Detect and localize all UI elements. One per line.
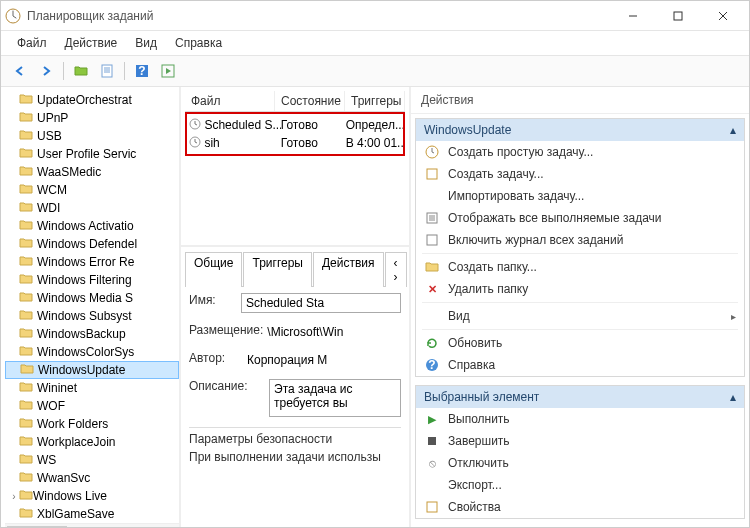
tab-triggers[interactable]: Триггеры: [243, 252, 312, 287]
toolbar-run-icon[interactable]: [157, 60, 179, 82]
window-title: Планировщик заданий: [27, 9, 610, 23]
tree-item[interactable]: WindowsBackup: [5, 325, 179, 343]
tree-item-label: Windows Filtering: [37, 273, 132, 287]
tab-actions[interactable]: Действия: [313, 252, 384, 287]
task-icon: [424, 166, 440, 182]
actions-section-header[interactable]: WindowsUpdate ▴: [416, 119, 744, 141]
general-form: Имя: Размещение: Автор: Описание:Эта зад…: [185, 287, 405, 470]
tree-item[interactable]: Windows Error Re: [5, 253, 179, 271]
tree-item-label: Windows Media S: [37, 291, 133, 305]
tree-item-label: WindowsUpdate: [38, 363, 125, 377]
tab-scroll[interactable]: ‹ ›: [385, 252, 407, 287]
menu-file[interactable]: Файл: [9, 33, 55, 53]
detail-tabs: Общие Триггеры Действия ‹ ›: [185, 251, 405, 287]
tree-scrollbar-horizontal[interactable]: [5, 523, 179, 527]
minimize-button[interactable]: [610, 1, 655, 31]
menu-action[interactable]: Действие: [57, 33, 126, 53]
action-run[interactable]: ▶Выполнить: [416, 408, 744, 430]
tree-item[interactable]: UPnP: [5, 109, 179, 127]
tree-item-label: WDI: [37, 201, 60, 215]
menu-help[interactable]: Справка: [167, 33, 230, 53]
tree-item[interactable]: WaaSMedic: [5, 163, 179, 181]
expand-icon[interactable]: ›: [9, 491, 19, 502]
tree-branch-windows-live[interactable]: › Windows Live: [5, 487, 179, 505]
menu-view[interactable]: Вид: [127, 33, 165, 53]
tree-item[interactable]: WOF: [5, 397, 179, 415]
tree-panel[interactable]: UpdateOrchestratUPnPUSBUser Profile Serv…: [1, 87, 181, 527]
tree-item[interactable]: WindowsUpdate: [5, 361, 179, 379]
action-create-task[interactable]: Создать задачу...: [416, 163, 744, 185]
tree-item-label: Windows Live: [33, 489, 107, 503]
action-new-folder[interactable]: Создать папку...: [416, 256, 744, 278]
tree-item-label: XblGameSave: [37, 507, 114, 521]
tree-item[interactable]: XblGameSave: [5, 505, 179, 523]
tree-item-label: WOF: [37, 399, 65, 413]
folder-icon: [19, 507, 33, 522]
task-name: sih: [204, 136, 280, 150]
help-icon: ?: [424, 357, 440, 373]
column-state[interactable]: Состояние: [275, 91, 345, 111]
action-help[interactable]: ?Справка: [416, 354, 744, 376]
tab-general[interactable]: Общие: [185, 252, 242, 287]
action-end[interactable]: Завершить: [416, 430, 744, 452]
tree-item[interactable]: Wininet: [5, 379, 179, 397]
action-show-running[interactable]: Отображать все выполняемые задачи: [416, 207, 744, 229]
folder-icon: [19, 201, 33, 216]
toolbar-properties-icon[interactable]: [96, 60, 118, 82]
security-line: При выполнении задачи использы: [189, 450, 401, 464]
action-refresh[interactable]: Обновить: [416, 332, 744, 354]
task-row[interactable]: Scheduled S... Готово Определ...: [187, 116, 403, 134]
column-file[interactable]: Файл: [185, 91, 275, 111]
name-field[interactable]: [241, 293, 401, 313]
action-properties[interactable]: Свойства: [416, 496, 744, 518]
tree-item[interactable]: WDI: [5, 199, 179, 217]
actions-section-header[interactable]: Выбранный элемент ▴: [416, 386, 744, 408]
folder-icon: [19, 345, 33, 360]
action-create-basic-task[interactable]: Создать простую задачу...: [416, 141, 744, 163]
action-enable-history[interactable]: Включить журнал всех заданий: [416, 229, 744, 251]
tree-item[interactable]: USB: [5, 127, 179, 145]
tree-item[interactable]: UpdateOrchestrat: [5, 91, 179, 109]
back-button[interactable]: [9, 60, 31, 82]
svg-rect-15: [427, 502, 437, 512]
tree-item-label: WaaSMedic: [37, 165, 101, 179]
action-view[interactable]: Вид▸: [416, 305, 744, 327]
tree-item-label: WindowsColorSys: [37, 345, 134, 359]
tree-item[interactable]: WS: [5, 451, 179, 469]
tree-item[interactable]: WwanSvc: [5, 469, 179, 487]
collapse-icon[interactable]: ▴: [730, 123, 736, 137]
action-disable[interactable]: ⦸Отключить: [416, 452, 744, 474]
tree-item-label: WorkplaceJoin: [37, 435, 115, 449]
tree-item[interactable]: Work Folders: [5, 415, 179, 433]
folder-icon: [20, 363, 34, 378]
toolbar-help-icon[interactable]: ?: [131, 60, 153, 82]
forward-button[interactable]: [35, 60, 57, 82]
collapse-icon[interactable]: ▴: [730, 390, 736, 404]
tree-item[interactable]: Windows Media S: [5, 289, 179, 307]
clock-icon: [189, 118, 202, 133]
tree-item[interactable]: WindowsColorSys: [5, 343, 179, 361]
location-label: Размещение:: [189, 323, 263, 341]
action-import-task[interactable]: Импортировать задачу...: [416, 185, 744, 207]
tree-item[interactable]: WorkplaceJoin: [5, 433, 179, 451]
action-delete-folder[interactable]: ✕Удалить папку: [416, 278, 744, 300]
folder-icon: [19, 129, 33, 144]
close-button[interactable]: [700, 1, 745, 31]
task-details: Общие Триггеры Действия ‹ › Имя: Размеще…: [181, 247, 409, 527]
maximize-button[interactable]: [655, 1, 700, 31]
column-triggers[interactable]: Триггеры: [345, 91, 405, 111]
tree-item[interactable]: Windows Subsyst: [5, 307, 179, 325]
tree-item-label: User Profile Servic: [37, 147, 136, 161]
task-row[interactable]: sih Готово В 4:00 01...: [187, 134, 403, 152]
desc-field[interactable]: Эта задача ис требуется вы: [269, 379, 401, 417]
action-export[interactable]: Экспорт...: [416, 474, 744, 496]
security-heading: Параметры безопасности: [189, 427, 401, 446]
tree-item-label: Work Folders: [37, 417, 108, 431]
toolbar-folder-icon[interactable]: [70, 60, 92, 82]
tree-item[interactable]: Windows Filtering: [5, 271, 179, 289]
tree-item[interactable]: User Profile Servic: [5, 145, 179, 163]
chevron-right-icon: ▸: [731, 311, 736, 322]
tree-item[interactable]: WCM: [5, 181, 179, 199]
tree-item[interactable]: Windows Activatio: [5, 217, 179, 235]
tree-item[interactable]: Windows Defendel: [5, 235, 179, 253]
